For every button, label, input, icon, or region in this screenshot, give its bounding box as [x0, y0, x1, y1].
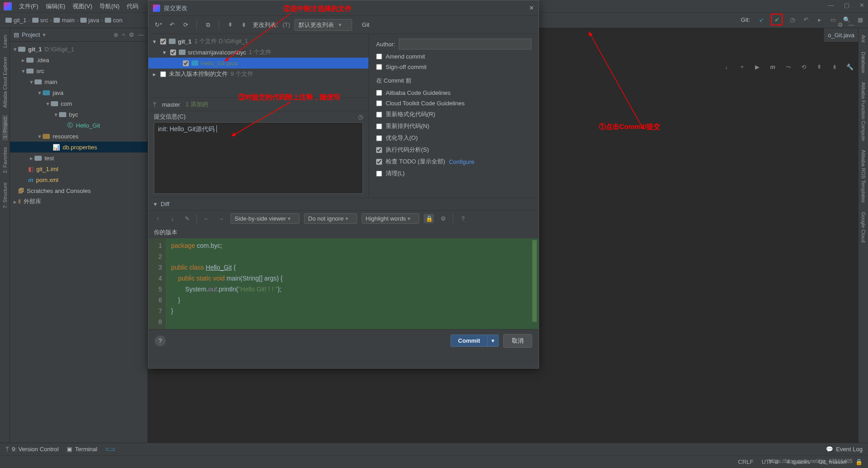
highlight-dropdown[interactable]: Highlight words ▾ [362, 213, 420, 224]
prev-diff-icon[interactable]: ↑ [153, 215, 163, 222]
rail-alibaba-ros[interactable]: Alibaba ROS Templates [861, 148, 866, 205]
diff-help-icon[interactable]: ? [458, 215, 468, 222]
tree-byc[interactable]: ▾byc [10, 109, 147, 120]
deps-icon[interactable]: ⤳ [784, 64, 793, 70]
breadcrumb[interactable]: java [78, 17, 101, 24]
expand-icon[interactable]: ⇞ [814, 64, 824, 70]
menu-navigate[interactable]: 导航(N) [96, 2, 123, 10]
lock-icon[interactable]: 🔒 [424, 214, 434, 223]
refresh-icon[interactable]: ↻* [154, 21, 163, 28]
commit-button[interactable]: Commit [451, 335, 488, 347]
commit-button[interactable]: ✔ [771, 14, 783, 25]
collapse-icon[interactable]: ÷ [122, 31, 125, 38]
changes-root[interactable]: ▾git_11 个文件 D:\Git\git_1 [148, 36, 368, 47]
update-project-icon[interactable]: ↙ [757, 15, 765, 24]
collapse-all-icon[interactable]: ⇟ [239, 21, 248, 28]
nav-back-icon[interactable]: ← [201, 215, 211, 222]
chk-cloud[interactable] [376, 100, 382, 106]
version-control-button[interactable]: ᛘ9: Version Control [5, 446, 59, 453]
tree-resources[interactable]: ▾resources [10, 131, 147, 142]
undo-icon[interactable]: ↶ [167, 21, 177, 28]
breadcrumb[interactable]: git_1 [4, 17, 28, 24]
minimize-icon[interactable]: — [828, 2, 834, 9]
redo-icon[interactable]: ⟳ [181, 21, 190, 28]
maven-icon[interactable]: m [768, 64, 777, 70]
history-icon[interactable]: ◷ [358, 113, 363, 120]
changelist-dropdown[interactable]: 默认更改列表 ▾ [294, 19, 352, 31]
chk-alibaba[interactable] [376, 90, 382, 96]
chk-optimize[interactable] [376, 135, 382, 141]
line-ending[interactable]: CRLF [738, 458, 754, 465]
project-tree[interactable]: ▾git_1D:\Git\git_1 ▸.idea ▾src ▾main ▾ja… [10, 42, 147, 455]
lock-status-icon[interactable]: 🔒 [855, 458, 863, 465]
profile-icon[interactable]: ▦ [856, 15, 864, 24]
close-icon[interactable]: ✕ [859, 2, 864, 9]
wrench-icon[interactable]: 🔧 [845, 64, 854, 70]
pin-icon[interactable]: ↓ [722, 64, 731, 70]
collapse-icon[interactable]: ⇟ [830, 64, 839, 70]
rail-database[interactable]: Database [861, 49, 866, 75]
run-icon[interactable]: ▶ [753, 64, 762, 70]
viewer-dropdown[interactable]: Side-by-side viewer ▾ [230, 213, 299, 224]
tree-scratches[interactable]: 🗐Scratches and Consoles [10, 185, 147, 196]
diff-icon[interactable]: ⧉ [203, 21, 212, 29]
chk-cleanup[interactable] [376, 171, 382, 177]
nav-forward-icon[interactable]: → [216, 215, 226, 222]
hide-icon[interactable]: — [848, 21, 854, 28]
expand-all-icon[interactable]: ⇞ [226, 21, 235, 28]
rail-google-cloud[interactable]: Google Cloud [861, 210, 866, 245]
menu-edit[interactable]: 编辑(E) [42, 2, 69, 10]
rail-alibaba-fc[interactable]: Alibaba Function Compute [861, 80, 866, 143]
dialog-close-icon[interactable]: ✕ [529, 5, 534, 11]
menu-file[interactable]: 文件(F) [15, 2, 42, 10]
locate-icon[interactable]: ⊕ [113, 31, 118, 38]
tree-pom[interactable]: mpom.xml [10, 174, 147, 185]
next-diff-icon[interactable]: ↓ [167, 215, 177, 222]
tree-iml[interactable]: ◧git_1.iml [10, 163, 147, 174]
add-icon[interactable]: ＋ [737, 63, 746, 71]
ignore-dropdown[interactable]: Do not ignore ▾ [304, 213, 357, 224]
diff-viewer[interactable]: 12345678 package com.byc; public class H… [148, 238, 539, 329]
rail-ant[interactable]: Ant [861, 33, 866, 45]
tree-external[interactable]: ▸⫴外部库 [10, 196, 147, 207]
rail-structure[interactable]: 7: Structure [2, 180, 8, 211]
box-icon[interactable]: ▭ [829, 15, 837, 24]
cloud-icon[interactable]: ⊂⊃ [105, 446, 115, 453]
revert-icon[interactable]: ↶ [802, 15, 810, 24]
tree-root[interactable]: ▾git_1D:\Git\git_1 [10, 44, 147, 54]
edit-icon[interactable]: ✎ [182, 215, 192, 222]
changes-pkg[interactable]: ▾src\main\java\com\byc1 个文件 [148, 47, 368, 58]
menu-code[interactable]: 代码 [123, 2, 142, 10]
unversioned-checkbox[interactable] [160, 71, 166, 77]
tree-dbprops[interactable]: 📊db.properties [10, 142, 147, 153]
chk-reformat[interactable] [376, 112, 382, 118]
refresh-icon[interactable]: ⟲ [799, 64, 808, 70]
rail-favorites[interactable]: 2: Favorites [2, 145, 8, 175]
tree-main[interactable]: ▾main [10, 76, 147, 87]
rail-project[interactable]: 1: Project [2, 115, 8, 140]
configure-link[interactable]: Configure [449, 158, 474, 165]
diff-expand-icon[interactable]: ▾ [154, 201, 157, 207]
tree-src[interactable]: ▾src [10, 65, 147, 76]
chk-todo[interactable] [376, 159, 382, 165]
rail-alibaba-explorer[interactable]: Alibaba Cloud Explorer [2, 54, 8, 110]
pkg-checkbox[interactable] [170, 49, 176, 55]
editor-tab[interactable]: o_Git.java [828, 32, 854, 39]
gear-icon[interactable]: ⚙ [838, 21, 843, 28]
file-checkbox[interactable] [183, 60, 189, 66]
chk-rearrange[interactable] [376, 123, 382, 129]
root-checkbox[interactable] [160, 39, 166, 44]
tree-hello[interactable]: ⒸHello_Git [10, 120, 147, 131]
changes-tree[interactable]: ▾git_11 个文件 D:\Git\git_1 ▾src\main\java\… [148, 34, 368, 81]
changes-file-hello[interactable]: Hello_Git.java [148, 58, 368, 69]
amend-checkbox[interactable] [376, 54, 382, 59]
maximize-icon[interactable]: ▢ [844, 2, 849, 9]
tree-java[interactable]: ▾java [10, 87, 147, 98]
chk-analysis[interactable] [376, 147, 382, 153]
help-button[interactable]: ? [155, 335, 166, 346]
history-icon[interactable]: ◷ [788, 15, 796, 24]
author-input[interactable] [399, 39, 531, 49]
commit-dropdown[interactable]: ▾ [488, 335, 499, 347]
tree-com[interactable]: ▾com [10, 98, 147, 109]
tree-test[interactable]: ▸test [10, 153, 147, 163]
